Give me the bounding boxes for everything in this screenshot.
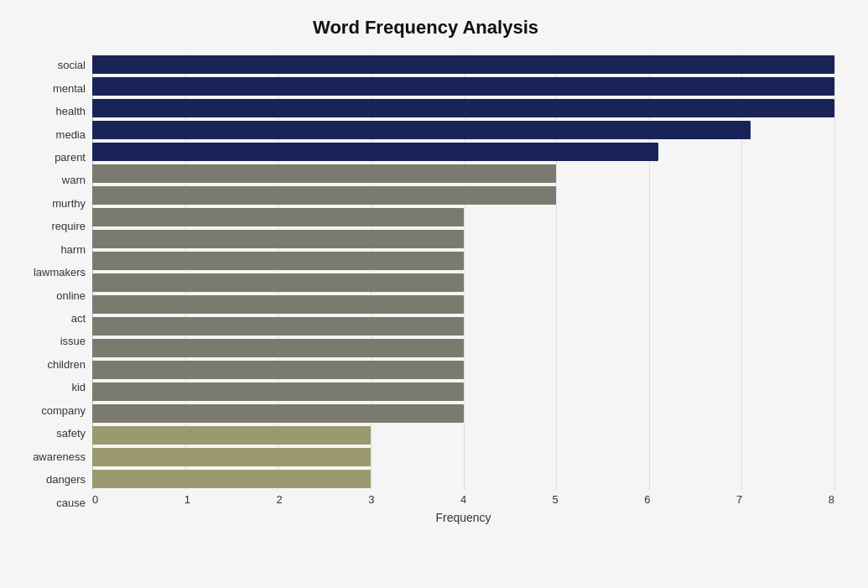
y-label: social: [58, 55, 86, 76]
bar-row: [92, 75, 834, 97]
bar-row: [92, 141, 834, 163]
bar-row: [92, 315, 834, 337]
bar-row: [92, 206, 834, 228]
bar-row: [92, 294, 834, 315]
bar-row: [92, 446, 834, 468]
bar-row: [92, 403, 834, 424]
y-label: company: [41, 399, 86, 421]
bar: [92, 426, 371, 445]
bar: [92, 295, 464, 314]
y-label: dangers: [46, 469, 86, 491]
bar: [92, 230, 464, 248]
bar: [92, 121, 751, 139]
bar-row: [92, 163, 834, 185]
bar-row: [92, 185, 834, 206]
bar-row: [92, 119, 834, 141]
bar: [92, 317, 464, 336]
y-label: harm: [60, 238, 86, 260]
y-label: online: [56, 284, 86, 306]
bar-row: [92, 250, 834, 272]
bar: [92, 143, 658, 161]
bar: [92, 404, 464, 423]
bar: [92, 339, 464, 357]
x-tick: 1: [185, 493, 190, 506]
bar: [92, 186, 556, 205]
x-tick: 0: [92, 493, 98, 506]
bar: [92, 448, 371, 466]
bar: [92, 164, 556, 183]
y-label: children: [47, 353, 86, 375]
bar-row: [92, 337, 834, 359]
x-axis: 012345678: [92, 490, 834, 506]
y-label: act: [71, 308, 86, 330]
y-label: kid: [71, 377, 86, 398]
bar: [92, 252, 464, 270]
bar-row: [92, 424, 834, 446]
bar: [92, 470, 371, 488]
y-label: health: [56, 101, 86, 122]
y-label: cause: [56, 492, 86, 513]
x-tick: 6: [644, 493, 650, 506]
x-tick: 2: [276, 493, 282, 506]
y-label: murthy: [52, 192, 86, 214]
bar-row: [92, 272, 834, 294]
bar-row: [92, 359, 834, 381]
chart-container: Word Frequency Analysis socialmentalheal…: [0, 0, 868, 588]
bar: [92, 208, 464, 226]
x-tick: 7: [736, 493, 742, 506]
x-axis-label: Frequency: [92, 511, 834, 524]
bar-row: [92, 381, 834, 403]
bar: [92, 77, 834, 96]
bar-row: [92, 97, 834, 119]
grid-and-bars: [92, 54, 834, 490]
y-label: media: [56, 123, 86, 145]
bar-row: [92, 468, 834, 490]
chart-area: socialmentalhealthmediaparentwarnmurthyr…: [17, 54, 834, 516]
y-label: awareness: [33, 445, 86, 467]
bar: [92, 361, 464, 379]
bar: [92, 382, 464, 401]
y-label: safety: [56, 423, 86, 445]
bar: [92, 99, 834, 117]
y-label: mental: [53, 77, 86, 99]
y-label: issue: [60, 330, 86, 352]
chart-title: Word Frequency Analysis: [17, 17, 834, 39]
y-label: warn: [62, 169, 86, 191]
x-tick: 8: [829, 493, 834, 506]
bar: [92, 55, 834, 74]
bar-row: [92, 228, 834, 250]
y-label: parent: [55, 146, 86, 168]
bar: [92, 273, 464, 292]
grid-line: [834, 54, 835, 490]
x-tick: 4: [460, 493, 466, 506]
plot-area: 012345678 Frequency: [92, 54, 834, 516]
y-label: lawmakers: [34, 262, 86, 284]
x-tick: 5: [553, 493, 559, 506]
y-axis: socialmentalhealthmediaparentwarnmurthyr…: [17, 54, 92, 516]
y-label: require: [52, 216, 86, 237]
bar-row: [92, 54, 834, 75]
x-tick: 3: [368, 493, 374, 506]
